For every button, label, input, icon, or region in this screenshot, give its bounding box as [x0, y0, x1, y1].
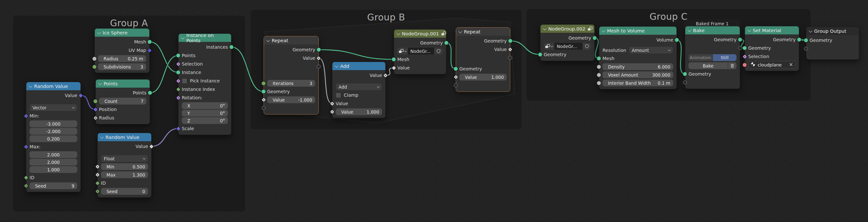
socket[interactable]: [597, 81, 601, 85]
dropdown-vector[interactable]: Vector: [30, 104, 77, 111]
dropdown-amount[interactable]: Amount: [629, 46, 673, 54]
field-radius[interactable]: Radius0.25 m: [98, 55, 146, 62]
node-header[interactable]: NodeGroup.001: [394, 30, 446, 38]
socket[interactable]: [683, 81, 687, 84]
socket[interactable]: [454, 84, 458, 87]
dropdown-float[interactable]: Float: [101, 155, 148, 162]
socket-bake.out[interactable]: [738, 38, 742, 41]
vector-field[interactable]: -2.000: [30, 128, 77, 135]
node-header[interactable]: Points: [96, 80, 150, 88]
node-add[interactable]: AddValueAddClampValueValue1.000: [332, 62, 385, 118]
node-group-output[interactable]: Group OutputGeometry: [806, 27, 859, 60]
node-header[interactable]: Repeat: [264, 36, 318, 44]
node-header[interactable]: Mesh to Volume: [599, 27, 677, 35]
bake-button[interactable]: Bake: [688, 62, 728, 69]
field-seed[interactable]: Seed0: [101, 188, 148, 195]
socket-ng2.out[interactable]: [593, 36, 597, 40]
node-mesh-to-volume[interactable]: Mesh to VolumeVolumeResolutionAmountMesh…: [599, 26, 677, 89]
node-instance-on-points[interactable]: Instance on PointsInstancesPointsSelecti…: [178, 33, 231, 135]
node-ico-sphere[interactable]: Ico SphereMeshUV MapRadius0.25 mSubdivis…: [94, 28, 150, 73]
socket[interactable]: [597, 73, 601, 77]
node-set-material[interactable]: Set MaterialGeometryGeometrySelectionclo…: [745, 26, 799, 71]
node-random-value-b[interactable]: Random ValueValueFloatMin0.500Max1.300ID…: [97, 133, 152, 198]
socket[interactable]: [508, 56, 512, 60]
socket[interactable]: [743, 63, 747, 67]
node-header[interactable]: Set Material: [745, 26, 799, 34]
socket-iop.instances[interactable]: [229, 45, 234, 49]
clear-material-icon[interactable]: ×: [789, 62, 793, 67]
vector-field[interactable]: X0°: [182, 102, 228, 109]
datablock-name-field[interactable]: NodeGr...: [408, 48, 434, 55]
socket[interactable]: [317, 65, 321, 68]
socket-r1.geo_out[interactable]: [317, 48, 321, 52]
node-points[interactable]: PointsPointsCount7PositionRadius: [95, 79, 150, 124]
toggle-option-still[interactable]: Still: [713, 54, 737, 61]
field-subdivisions[interactable]: Subdivisions3: [98, 63, 146, 70]
socket[interactable]: [804, 47, 808, 51]
socket-r2.geo_out[interactable]: [508, 39, 512, 43]
socket-r2.geo_in[interactable]: [454, 67, 458, 71]
node-header[interactable]: Repeat: [456, 28, 510, 36]
node-nodegroup-002[interactable]: NodeGroup.002GeometryNodeGr...Geometry: [540, 24, 595, 61]
node-header[interactable]: Random Value: [98, 133, 151, 141]
node-header[interactable]: Instance on Points: [179, 34, 231, 42]
node-repeat-output[interactable]: RepeatGeometryValueGeometryValue1.000: [456, 27, 510, 92]
socket-sm.out[interactable]: [797, 38, 801, 41]
socket-iop.instance[interactable]: [176, 70, 180, 74]
socket-ico.mesh[interactable]: [148, 40, 152, 44]
datablock-browse-button[interactable]: [544, 43, 554, 50]
socket[interactable]: [93, 57, 96, 61]
field-value[interactable]: Value-1.000: [267, 96, 315, 103]
node-header[interactable]: Add: [332, 62, 385, 70]
field-min[interactable]: Min0.500: [101, 163, 148, 170]
socket[interactable]: [93, 99, 97, 103]
checkbox-clamp[interactable]: [336, 93, 341, 98]
node-random-value-a[interactable]: Random ValueValueVectorMin:-3.000-2.0000…: [26, 82, 81, 192]
socket-ng1.out[interactable]: [444, 41, 448, 45]
socket-ng2.in[interactable]: [538, 53, 542, 57]
delete-bake-button[interactable]: [728, 62, 737, 69]
field-seed[interactable]: Seed9: [30, 182, 77, 189]
socket-ng1.mesh[interactable]: [392, 58, 396, 61]
socket-bake.in[interactable]: [683, 72, 687, 76]
material-field[interactable]: cloudplane×: [748, 61, 796, 68]
datablock-name-field[interactable]: NodeGr...: [554, 43, 582, 50]
node-repeat-input[interactable]: RepeatGeometryValueIterations3GeometryVa…: [264, 36, 319, 115]
field-value[interactable]: Value1.000: [336, 108, 382, 115]
socket[interactable]: [597, 65, 601, 69]
socket[interactable]: [93, 65, 96, 69]
vector-field[interactable]: 0.200: [30, 135, 77, 142]
field-voxel-amount[interactable]: Voxel Amount300.000: [602, 71, 673, 78]
socket-iop.points[interactable]: [176, 54, 180, 58]
node-header[interactable]: NodeGroup.002: [540, 25, 594, 33]
field-max[interactable]: Max1.300: [101, 171, 148, 178]
field-value[interactable]: Value1.000: [459, 74, 507, 81]
node-header[interactable]: Random Value: [26, 82, 81, 90]
socket-go.in[interactable]: [804, 38, 808, 42]
fake-user-button[interactable]: [434, 48, 443, 55]
socket-sm.in[interactable]: [743, 46, 747, 50]
socket-mtv.mesh[interactable]: [597, 57, 601, 60]
field-count[interactable]: Count7: [99, 98, 146, 104]
socket-points.points[interactable]: [148, 91, 152, 95]
socket[interactable]: [738, 46, 742, 50]
vector-field[interactable]: 2.000: [30, 151, 77, 158]
toggle-option-animation[interactable]: Animation: [688, 54, 713, 61]
vector-field[interactable]: Y0°: [182, 110, 228, 117]
node-header[interactable]: Ico Sphere: [95, 29, 149, 37]
socket-mtv.out[interactable]: [675, 38, 679, 42]
socket-r1.geo_in[interactable]: [261, 90, 266, 93]
node-nodegroup-001[interactable]: NodeGroup.001GeometryNodeGr...MeshValue: [394, 29, 446, 74]
fake-user-button[interactable]: [583, 43, 591, 50]
socket[interactable]: [261, 82, 266, 85]
vector-field[interactable]: Z0°: [182, 117, 228, 124]
vector-field[interactable]: 1.000: [30, 166, 77, 173]
checkbox-pick-instance[interactable]: [182, 78, 187, 84]
dropdown-add[interactable]: Add: [336, 83, 382, 91]
node-header[interactable]: Group Output: [806, 27, 859, 35]
vector-field[interactable]: -3.000: [30, 120, 77, 127]
node-header[interactable]: Bake: [685, 26, 740, 34]
field-interior-band-width[interactable]: Interior Band Width0.1 m: [602, 80, 673, 86]
node-bake[interactable]: Baked Frame 1BakeGeometryAnimationStillB…: [685, 26, 740, 89]
field-density[interactable]: Density6.000: [602, 63, 673, 70]
